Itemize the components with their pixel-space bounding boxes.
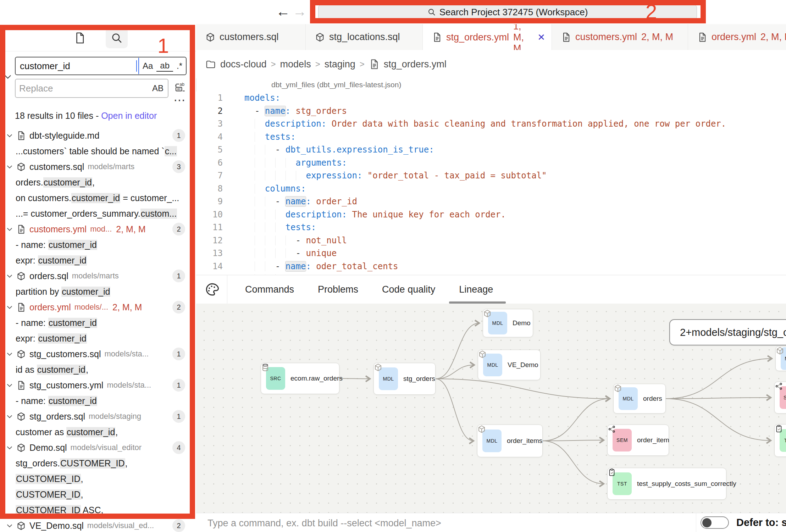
panel-tab-lineage[interactable]: Lineage [459,284,493,295]
search-panel-icon[interactable] [106,28,128,48]
preserve-case-button[interactable]: AB [152,83,168,93]
lineage-node-partial_top[interactable]: MDL [775,346,786,371]
lineage-node-demo[interactable]: MDLDemo [483,309,533,337]
search-result-file-row[interactable]: orders.sqlmodels/marts1 [0,268,196,284]
search-result-match-row[interactable]: customer as customer_id, [0,424,196,440]
search-result-match-row[interactable]: expr: customer_id [0,253,196,268]
search-result-file-row[interactable]: dbt-styleguide.md1 [0,128,196,143]
command-input[interactable]: Type a command, ex. dbt build --select <… [207,518,441,529]
lineage-node-raw_orders[interactable]: SRCecom.raw_orders [261,363,339,394]
replace-all-icon[interactable]: abac [174,81,187,94]
lineage-canvas[interactable]: 2+models/staging/stg_or SRCecom.raw_orde… [196,304,786,513]
back-button[interactable]: ← [276,3,290,20]
file-path: models/sta... [104,349,149,359]
more-actions-icon[interactable]: ⋯ [173,93,186,107]
regex-button[interactable]: .* [173,61,186,71]
editor-tab-customers.yml[interactable]: customers.yml2, M, M [552,24,688,50]
code-line[interactable]: 1models: [196,92,786,105]
match-count-badge: 1 [172,410,185,423]
whole-word-button[interactable]: ab [156,61,173,72]
forward-button[interactable]: → [293,3,307,20]
lineage-node-orders[interactable]: MDLorders [613,384,666,414]
replace-input[interactable] [16,83,152,94]
code-line[interactable]: 7 expression: "order_total - tax_paid = … [196,169,786,182]
code-line[interactable]: 2 - name: stg_orders [196,105,786,118]
search-result-match-row[interactable]: CUSTOMER_ID ASC, [0,502,196,518]
code-line[interactable]: 8 columns: [196,182,786,195]
code-line[interactable]: 10 description: The unique key for each … [196,208,786,221]
breadcrumb-file[interactable]: stg_orders.yml [384,59,447,70]
lineage-node-test_supply[interactable]: TSTtest_supply_costs_sum_correctly [607,468,726,500]
panel-tab-commands[interactable]: Commands [245,284,294,295]
code-line[interactable]: 5 - dbt_utils.expression_is_true: [196,143,786,156]
chevron-down-icon[interactable] [6,522,13,530]
search-result-match-row[interactable]: ...customers` table should be named `c..… [0,143,196,159]
search-result-match-row[interactable]: expr: customer_id [0,331,196,346]
chevron-down-icon[interactable] [6,303,13,311]
search-result-file-row[interactable]: Demo.sqlmodels/visual_editor4 [0,440,196,455]
code-line[interactable]: 13 - unique [196,247,786,260]
chevron-down-icon[interactable] [6,444,13,451]
lineage-node-partial_bot[interactable]: TST [774,424,786,457]
open-in-editor-link[interactable]: Open in editor [101,111,157,121]
search-result-file-row[interactable]: customers.ymlmod...2, M, M2 [0,221,196,237]
search-result-file-row[interactable]: stg_customers.ymlmodels/sta...1 [0,377,196,393]
search-result-file-row[interactable]: customers.sqlmodels/marts3 [0,159,196,174]
files-panel-icon[interactable] [69,28,91,48]
search-result-match-row[interactable]: - name: customer_id [0,237,196,253]
search-result-match-row[interactable]: - name: customer_id [0,315,196,331]
code-line[interactable]: 11 tests: [196,221,786,234]
chevron-down-icon[interactable] [6,350,13,358]
breadcrumb-item[interactable]: docs-cloud [220,59,267,70]
search-result-match-row[interactable]: on customers.customer_id = customer_... [0,190,196,206]
project-search-button[interactable]: Search Project 372475 (Workspace) [318,4,697,20]
editor-tab-stg_orders.yml[interactable]: stg_orders.yml1, M, M✕ [423,24,552,50]
lineage-node-stg_orders[interactable]: MDLstg_orders [373,363,436,395]
search-result-match-row[interactable]: CUSTOMER_ID, [0,471,196,487]
code-line[interactable]: 6 arguments: [196,156,786,170]
code-line[interactable]: 3 description: Order data with basic cle… [196,117,786,131]
search-result-match-row[interactable]: - name: customer_id [0,393,196,409]
chevron-down-icon[interactable] [6,132,13,139]
search-result-match-row[interactable]: partition by customer_id [0,284,196,299]
lineage-node-order_item[interactable]: SEMorder_item [607,425,669,456]
editor-tab-stg_locations.sql[interactable]: stg_locations.sql [306,24,423,50]
search-result-match-row[interactable]: ...= customer_orders_summary.custom... [0,206,196,221]
search-input[interactable]: customer_id Aa ab .* [15,57,187,75]
search-result-match-row[interactable]: CUSTOMER_ID, [0,487,196,502]
lineage-node-order_items[interactable]: MDLorder_items [477,425,543,457]
code-line[interactable]: 12 - not_null [196,234,786,247]
defer-toggle[interactable] [701,516,729,529]
search-result-match-row[interactable]: id as customer_id, [0,362,196,377]
code-line[interactable]: 4 tests: [196,131,786,144]
search-result-file-row[interactable]: stg_customers.sqlmodels/sta...1 [0,346,196,362]
editor-tab-customers.sql[interactable]: customers.sql [196,24,306,50]
code-line[interactable]: 14 - name: oder_total_cents [196,260,786,273]
schema-hint: dbt_yml_files (dbt_yml_files-latest.json… [271,81,401,89]
chevron-down-icon[interactable] [3,72,13,82]
close-icon[interactable]: ✕ [537,32,545,43]
panel-tab-code-quality[interactable]: Code quality [382,284,435,295]
chevron-down-icon[interactable] [6,412,13,420]
lineage-filter-box[interactable]: 2+models/staging/stg_or [669,319,786,345]
search-result-match-row[interactable]: stg_orders.CUSTOMER_ID, [0,455,196,471]
breadcrumb-item[interactable]: models [280,59,311,70]
palette-icon[interactable] [205,282,220,297]
search-result-file-row[interactable]: stg_orders.sqlmodels/staging1 [0,409,196,424]
line-number: 14 [196,260,223,273]
editor-tab-orders.yml[interactable]: orders.yml2, M, M [688,24,786,50]
chevron-down-icon[interactable] [6,381,13,389]
breadcrumb-item[interactable]: staging [325,59,355,70]
match-case-button[interactable]: Aa [139,61,156,71]
panel-tab-problems[interactable]: Problems [318,284,358,295]
chevron-down-icon[interactable] [6,272,13,280]
chevron-down-icon[interactable] [6,163,13,171]
lineage-node-partial_mid[interactable]: SEM [774,382,786,414]
search-result-match-row[interactable]: orders.customer_id, [0,174,196,190]
lineage-node-ve_demo[interactable]: MDLVE_Demo [478,350,541,380]
code-editor[interactable]: 1models:2 - name: stg_orders3 descriptio… [196,92,786,275]
search-result-file-row[interactable]: VE_Demo.sqlmodels/visual_ed...2 [0,518,196,532]
chevron-down-icon[interactable] [6,225,13,233]
search-result-file-row[interactable]: orders.ymlmodels/...2, M, M2 [0,299,196,315]
code-line[interactable]: 9 - name: order_id [196,195,786,208]
